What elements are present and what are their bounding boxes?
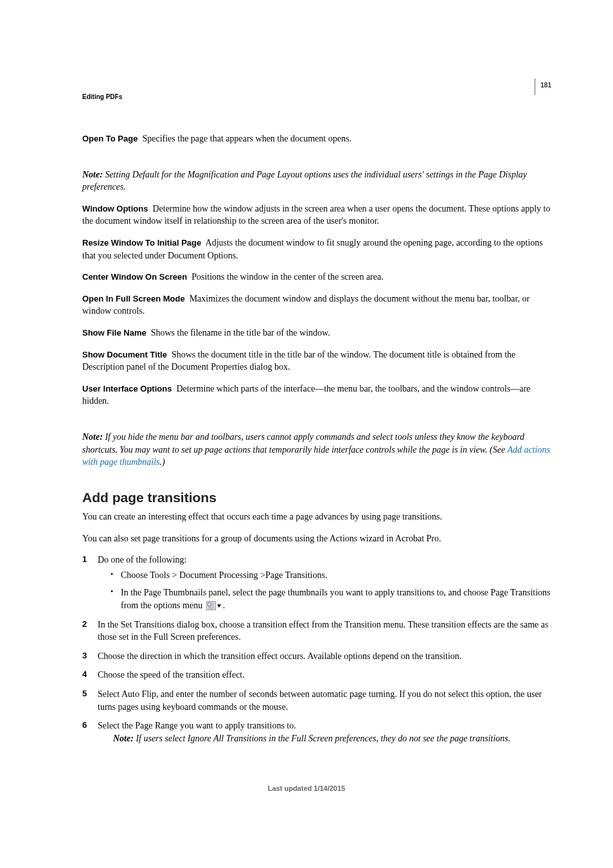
note2-post: .) (160, 457, 165, 467)
svg-marker-7 (217, 604, 221, 608)
note-ignore-transitions: Note: If users select Ignore All Transit… (113, 732, 551, 745)
definition-resize-window: Resize Window To Initial Page Adjusts th… (82, 237, 551, 262)
step-6: Select the Page Range you want to apply … (82, 719, 551, 745)
term-ui-options: User Interface Options (82, 384, 172, 393)
note-label-2: Note: (82, 432, 103, 442)
term-full-screen: Open In Full Screen Mode (82, 294, 185, 303)
note-hide-menu-bar: Note: If you hide the menu bar and toolb… (82, 431, 551, 469)
page-number: 181 (540, 82, 551, 89)
step-5: Select Auto Flip, and enter the number o… (82, 688, 551, 713)
note-default-magnification: Note: Setting Default for the Magnificat… (82, 168, 551, 194)
step-1: Do one of the following: Choose Tools > … (82, 554, 551, 611)
step-3: Choose the direction in which the transi… (82, 650, 551, 663)
step-1b-pre: In the Page Thumbnails panel, select the… (121, 588, 551, 610)
text-window-options: Determine how the window adjusts in the … (82, 204, 551, 226)
definition-show-file-name: Show File Name Shows the filename in the… (82, 327, 551, 339)
term-center-window: Center Window On Screen (82, 272, 187, 282)
page-footer: Last updated 1/14/2015 (0, 784, 613, 793)
definition-show-doc-title: Show Document Title Shows the document t… (82, 348, 551, 374)
steps-list: Do one of the following: Choose Tools > … (82, 554, 551, 745)
note2-pre: If you hide the menu bar and toolbars, u… (82, 432, 524, 455)
step-1b-post: . (223, 601, 226, 610)
intro-p1: You can create an interesting effect tha… (82, 511, 551, 523)
step-2: In the Set Transitions dialog box, choos… (82, 619, 551, 644)
term-show-doc-title: Show Document Title (82, 350, 167, 359)
definition-ui-options: User Interface Options Determine which p… (82, 383, 551, 408)
step-6-text: Select the Page Range you want to apply … (98, 721, 296, 730)
options-menu-icon (206, 601, 222, 610)
text-center-window: Positions the window in the center of th… (191, 272, 384, 282)
note-text: Setting Default for the Magnification an… (82, 170, 527, 192)
step-1a: Choose Tools > Document Processing >Page… (111, 569, 551, 582)
definition-full-screen: Open In Full Screen Mode Maximizes the d… (82, 293, 551, 318)
definition-open-to-page: Open To Page Specifies the page that app… (82, 132, 551, 145)
step-1-sublist: Choose Tools > Document Processing >Page… (111, 569, 551, 612)
section-header: Editing PDFs (82, 93, 551, 102)
term-show-file-name: Show File Name (82, 328, 147, 338)
text-open-to-page: Specifies the page that appears when the… (142, 134, 351, 143)
intro-p2: You can also set page transitions for a … (82, 532, 551, 545)
note-label-3: Note: (113, 734, 134, 743)
term-window-options: Window Options (82, 204, 148, 213)
definition-window-options: Window Options Determine how the window … (82, 203, 551, 228)
term-open-to-page: Open To Page (82, 134, 138, 143)
step-1-text: Do one of the following: (98, 555, 186, 565)
text-show-file-name: Shows the filename in the title bar of t… (151, 328, 330, 338)
note-label: Note: (82, 170, 103, 179)
step-4: Choose the speed of the transition effec… (82, 669, 551, 682)
page-number-container: 181 (535, 78, 551, 95)
step-1b: In the Page Thumbnails panel, select the… (111, 586, 551, 611)
definition-center-window: Center Window On Screen Positions the wi… (82, 271, 551, 284)
note3-text: If users select Ignore All Transitions i… (136, 734, 510, 743)
heading-add-page-transitions: Add page transitions (82, 488, 551, 507)
page: 181 Editing PDFs Open To Page Specifies … (0, 0, 613, 868)
term-resize-window: Resize Window To Initial Page (82, 238, 201, 248)
